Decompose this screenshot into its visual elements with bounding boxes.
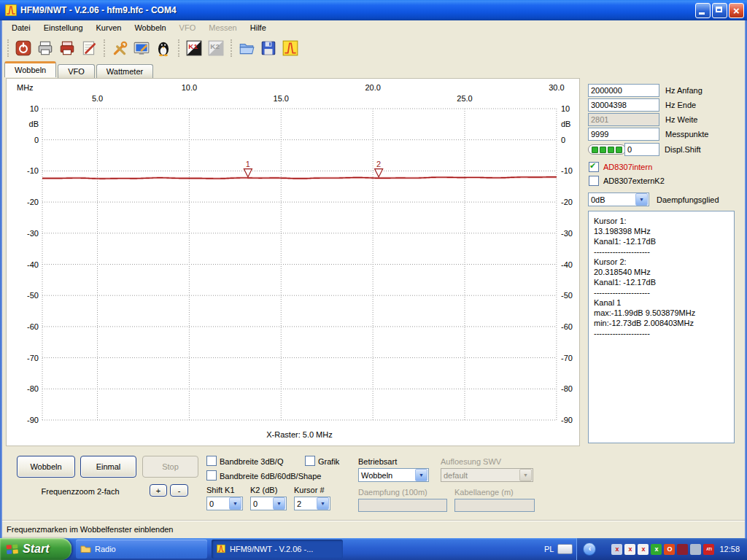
cursor-marker-2[interactable]	[375, 169, 383, 177]
battery-icon[interactable]	[677, 544, 688, 555]
chevron-down-icon	[519, 469, 532, 481]
svg-text:-10: -10	[561, 166, 573, 175]
menu-datei[interactable]: Datei	[5, 22, 37, 34]
menu-wobbeln[interactable]: Wobbeln	[128, 22, 172, 34]
sweep-curve-icon[interactable]	[279, 37, 301, 59]
hz-ende-input[interactable]	[588, 98, 659, 112]
bandbreite-3db-checkbox[interactable]	[206, 456, 217, 466]
cursor-marker-1[interactable]	[244, 169, 252, 177]
sweep-progress-bar	[588, 144, 626, 155]
tray-collapse-chevron[interactable]	[583, 542, 596, 556]
einmal-button[interactable]: Einmal	[80, 456, 136, 478]
k2-db-select[interactable]: 0	[250, 497, 287, 510]
keyboard-icon[interactable]	[557, 544, 573, 554]
tools-icon[interactable]	[109, 37, 131, 59]
cursor-info-line: ---------------------	[594, 246, 734, 257]
tab-wobbeln[interactable]: Wobbeln	[4, 61, 56, 77]
menu-kurven[interactable]: Kurven	[90, 22, 128, 34]
tab-vfo[interactable]: VFO	[58, 64, 95, 79]
hz-anfang-input[interactable]	[588, 84, 659, 97]
zoom-in-button[interactable]: +	[150, 484, 167, 497]
green-status-icon[interactable]: x	[651, 544, 662, 555]
minimize-button[interactable]	[695, 3, 711, 18]
kursor-number-select[interactable]: 2	[294, 497, 330, 510]
screen-edit-icon[interactable]	[131, 37, 152, 59]
kabellaenge-label: Kabellaenge (m)	[454, 488, 514, 497]
network-error-icon[interactable]: x	[611, 544, 622, 555]
bandbreite-6db-label: Bandbreite 6dB/60dB/Shape	[220, 472, 321, 481]
chevron-down-icon[interactable]	[273, 497, 285, 510]
svg-text:-20: -20	[27, 198, 39, 206]
ati-icon[interactable]: ATI	[703, 544, 714, 555]
svg-text:10.0: 10.0	[182, 83, 197, 92]
wobbeln-button[interactable]: Wobbeln	[17, 456, 75, 478]
menu-hilfe[interactable]: Hilfe	[244, 22, 273, 34]
start-button[interactable]: Start	[0, 538, 71, 560]
print-icon[interactable]	[34, 37, 56, 59]
maximize-button[interactable]	[712, 3, 727, 18]
k2-channel-icon: K2	[205, 37, 227, 59]
toolbar-handle	[178, 39, 179, 57]
taskbar-task-1[interactable]: Radio	[76, 540, 207, 559]
windows-flag-icon[interactable]	[598, 543, 610, 555]
display-icon[interactable]	[690, 544, 701, 555]
toolbar: K1 K2	[2, 35, 746, 61]
cursor-info-line: Kursor 2:	[594, 257, 734, 267]
notes-edit-icon[interactable]	[78, 37, 100, 59]
betriebsart-select[interactable]: Wobbeln	[358, 468, 429, 482]
attenuator-select[interactable]: 0dB	[588, 192, 649, 206]
cursor-marker-label: 2	[376, 160, 381, 168]
channel-checkbox-1[interactable]	[589, 162, 599, 172]
kursor-number-label: Kursor #	[294, 486, 325, 494]
svg-text:dB: dB	[561, 120, 570, 128]
chevron-down-icon[interactable]	[317, 497, 329, 510]
x-raster-label: X-Raster: 5.0 MHz	[266, 430, 332, 439]
svg-text:20.0: 20.0	[365, 83, 380, 92]
task-label: Radio	[95, 545, 116, 553]
cursor-info-line: ---------------------	[594, 328, 734, 338]
svg-text:MHz: MHz	[17, 83, 34, 92]
antivirus-disabled-icon[interactable]: x	[624, 544, 635, 555]
taskbar-task-2[interactable]: HFM9/NWT - V.2.06 -...	[212, 540, 343, 559]
svg-text:-50: -50	[561, 291, 573, 300]
tab-strip: WobbelnVFOWattmeter	[4, 61, 743, 77]
cursor-info-line: Kanal 1	[594, 298, 734, 308]
svg-text:15.0: 15.0	[274, 94, 289, 103]
title-bar[interactable]: HFM9/NWT - V.2.06 - hfm9.hfc - COM4	[0, 0, 747, 20]
messpunkte-label: Messpunkte	[665, 130, 708, 139]
folder-open-icon[interactable]	[236, 37, 258, 59]
svg-text:-60: -60	[27, 322, 39, 331]
tab-wattmeter[interactable]: Wattmeter	[96, 64, 153, 79]
svg-text:-30: -30	[561, 229, 573, 238]
adaware-icon[interactable]: O	[664, 544, 675, 555]
grafik-checkbox[interactable]	[305, 456, 315, 466]
shield-disabled-icon[interactable]: x	[638, 544, 649, 555]
messpunkte-input[interactable]	[588, 128, 659, 141]
save-icon[interactable]	[258, 37, 279, 59]
cursor-marker-label: 1	[246, 160, 250, 168]
shift-k1-label: Shift K1	[206, 486, 235, 494]
close-button[interactable]	[729, 3, 744, 18]
displ-shift-input[interactable]	[624, 143, 659, 156]
language-indicator[interactable]: PL	[544, 545, 554, 553]
menu-einstellung[interactable]: Einstellung	[37, 22, 90, 34]
sweep-chart[interactable]: MHz5.010.015.020.025.030.0101000-10-10-2…	[7, 79, 579, 446]
toolbar-handle	[7, 39, 9, 57]
k1-channel-icon[interactable]: K1	[183, 37, 205, 59]
clock: 12:58	[719, 545, 740, 553]
penguin-icon[interactable]	[152, 37, 174, 59]
channel-checkbox-2[interactable]	[589, 176, 599, 186]
shift-k1-select[interactable]: 0	[206, 497, 243, 510]
bandbreite-3db-label: Bandbreite 3dB/Q	[220, 457, 283, 466]
chevron-down-icon[interactable]	[229, 497, 241, 510]
print-red-icon[interactable]	[56, 37, 78, 59]
app-icon	[4, 4, 18, 17]
chevron-down-icon[interactable]	[415, 469, 427, 481]
bandbreite-6db-checkbox[interactable]	[206, 470, 217, 481]
svg-text:dB: dB	[29, 120, 39, 128]
zoom-out-button[interactable]: -	[170, 484, 188, 497]
chevron-down-icon[interactable]	[635, 193, 648, 206]
power-icon[interactable]	[12, 37, 34, 59]
cursor-info-line: Kanal1: -12.17dB	[594, 277, 734, 287]
cursor-info-box: Kursor 1:13.198398 MHzKanal1: -12.17dB--…	[588, 211, 735, 443]
